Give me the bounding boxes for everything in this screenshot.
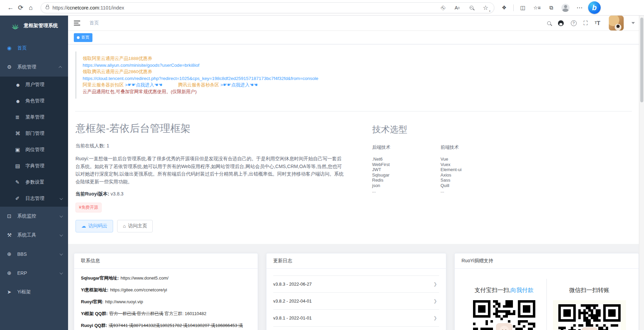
bing-copilot-icon[interactable]: b bbox=[588, 1, 601, 14]
sidebar: 意框架管理系统 ◉首页⚙系统管理☻用户管理☻角色管理≣菜单管理⌘部门管理▣岗位管… bbox=[0, 16, 68, 330]
donate-card-title: RuoYi捐赠支持 bbox=[455, 253, 639, 269]
font-size-icon[interactable]: TT bbox=[595, 20, 601, 26]
notice-link[interactable]: >☛☛点我进入☚☚ bbox=[125, 82, 162, 87]
browser-toolbar: ← ⟳ ⌂ https://ccnetcore.com:1101/index ⚿… bbox=[0, 0, 644, 16]
browser-home-button[interactable]: ⌂ bbox=[26, 3, 36, 13]
leaf-logo-icon bbox=[10, 21, 20, 30]
changelog-row[interactable]: v3.8.3 - 2022-06-27❯ bbox=[273, 276, 439, 293]
sidebar-item-label: 参数设置 bbox=[25, 179, 62, 185]
sidebar-item-岗位管理[interactable]: ▣岗位管理 bbox=[0, 142, 68, 158]
notice-line: 云产品通用红包,可叠加官网常规优惠使用。(仅限新用户) bbox=[83, 88, 626, 95]
sidebar-submenu: ☻用户管理☻角色管理≣菜单管理⌘部门管理▣岗位管理▤字典管理✎参数设置✐日志管理 bbox=[0, 77, 68, 207]
sidebar-item-菜单管理[interactable]: ≣菜单管理 bbox=[0, 109, 68, 125]
fullscreen-icon[interactable]: ⛶ bbox=[584, 20, 588, 26]
tool-icon: ⚒ bbox=[7, 232, 15, 238]
frontend-label: 前端技术 bbox=[441, 144, 509, 150]
sidebar-item-系统管理[interactable]: ⚙系统管理 bbox=[0, 58, 68, 77]
main-content: 领取阿里云通用云产品1888优惠券https://www.aliyun.com/… bbox=[68, 44, 639, 330]
sidebar-item-系统监控[interactable]: ⊡系统监控 bbox=[0, 207, 68, 226]
chevron-down-icon bbox=[60, 197, 63, 200]
sidebar-item-Yi框架[interactable]: ➤Yi框架 bbox=[0, 283, 68, 302]
visit-homepage-button[interactable]: ⌂ 访问主页 bbox=[117, 220, 153, 232]
tech-list-item: Vue bbox=[441, 157, 509, 162]
visit-gitee-button[interactable]: ☁ 访问码云 bbox=[76, 220, 113, 232]
sidebar-item-首页[interactable]: ◉首页 bbox=[0, 39, 68, 58]
edit-icon: ✎ bbox=[15, 179, 23, 185]
url-text[interactable]: https://ccnetcore.com:1101/index bbox=[52, 5, 124, 11]
contact-card-body: Sqlsugar官网地址:https://www.donet5.com/Yi意框… bbox=[74, 269, 258, 330]
read-aloud-icon[interactable]: A)) bbox=[453, 3, 461, 13]
sidebar-item-日志管理[interactable]: ✐日志管理 bbox=[0, 190, 68, 207]
contact-value[interactable]: 官方三群: 160110482 bbox=[164, 311, 207, 316]
contact-label: Yi意框架地址: bbox=[81, 287, 108, 292]
notice-link[interactable]: https://cloud.tencent.com/redirect.php?r… bbox=[83, 76, 318, 81]
sidebar-item-ERP[interactable]: ⊕ERP bbox=[0, 264, 68, 283]
sidebar-item-参数设置[interactable]: ✎参数设置 bbox=[0, 174, 68, 190]
tech-list-item: Axios bbox=[441, 172, 509, 178]
browser-refresh-button[interactable]: ⟳ bbox=[16, 3, 26, 13]
dashboard-icon: ◉ bbox=[7, 45, 15, 51]
tech-list-item: Sass bbox=[441, 178, 509, 183]
duplicate-tab-icon[interactable]: ⧉ bbox=[546, 3, 556, 13]
sidebar-collapse-icon[interactable] bbox=[74, 21, 80, 25]
free-open-source-badge: ¥免费开源 bbox=[76, 203, 102, 212]
split-screen-icon[interactable]: ◫ bbox=[518, 3, 528, 13]
contact-row: Ruoyi官网:http://www.ruoyi.vip bbox=[81, 298, 251, 305]
tech-list-item: .Net6 bbox=[372, 157, 441, 162]
browser-menu-icon[interactable]: ⋯ bbox=[575, 3, 585, 13]
frontend-list: VueVuexElement-uiAxiosSassQuill... bbox=[441, 157, 509, 193]
backend-list: .Net6WebFirstJWTSqlsugarRedisjson... bbox=[372, 157, 441, 193]
contact-card-title: 联系信息 bbox=[74, 253, 258, 269]
changelog-row[interactable]: v3.8.1 - 2022-01-01❯ bbox=[273, 310, 439, 327]
toolbar-separator bbox=[513, 4, 514, 11]
zoom-out-icon[interactable] bbox=[468, 3, 475, 13]
lock-icon[interactable] bbox=[46, 6, 49, 9]
dept-icon: ⌘ bbox=[15, 130, 23, 137]
browser-address-bar[interactable]: https://ccnetcore.com:1101/index ⚿ A)) ☆… bbox=[41, 2, 494, 13]
sidebar-item-label: 首页 bbox=[17, 45, 62, 51]
sidebar-item-系统工具[interactable]: ⚒系统工具 bbox=[0, 226, 68, 245]
password-key-icon[interactable]: ⚿ bbox=[437, 1, 449, 14]
sidebar-item-部门管理[interactable]: ⌘部门管理 bbox=[0, 125, 68, 142]
tech-list-item: json bbox=[372, 183, 441, 188]
notice-link[interactable]: https://www.aliyun.com/minisite/goods?us… bbox=[83, 63, 199, 68]
sidebar-item-用户管理[interactable]: ☻用户管理 bbox=[0, 77, 68, 93]
help-icon[interactable]: ? bbox=[571, 20, 577, 26]
sidebar-item-BBS[interactable]: ⊕BBS bbox=[0, 245, 68, 264]
pay-me-link[interactable]: 向我付款 bbox=[511, 287, 534, 293]
collections-icon[interactable]: ☆≡ bbox=[532, 3, 542, 13]
changelog-version: v3.8.3 - 2022-06-27 bbox=[273, 282, 312, 287]
scrollbar-thumb[interactable] bbox=[640, 18, 643, 102]
app-header: 首页 ? ⛶ TT bbox=[68, 16, 639, 31]
notice-text: 腾讯云服务器秒杀区 bbox=[178, 82, 220, 87]
sidebar-item-label: 字典管理 bbox=[25, 163, 62, 169]
extensions-icon[interactable]: ❖ bbox=[499, 3, 509, 13]
browser-profile-icon[interactable] bbox=[560, 3, 571, 13]
tab-home[interactable]: 首页 bbox=[74, 33, 92, 42]
github-icon[interactable] bbox=[558, 20, 564, 26]
add-favorite-icon[interactable]: ☆+ bbox=[482, 3, 489, 13]
user-avatar[interactable] bbox=[609, 16, 624, 30]
alipay-column: 支付宝扫一扫,向我付款 bbox=[461, 279, 546, 330]
sidebar-item-label: ERP bbox=[17, 270, 60, 276]
contact-struck-text: 官方一群已满 官方二群已满 bbox=[109, 311, 164, 316]
page-scrollbar[interactable] bbox=[639, 16, 644, 330]
sidebar-item-角色管理[interactable]: ☻角色管理 bbox=[0, 93, 68, 109]
browser-back-button[interactable]: ← bbox=[5, 3, 16, 13]
sidebar-item-label: 菜单管理 bbox=[25, 114, 62, 120]
contact-label: Ruoyi官网: bbox=[81, 299, 103, 304]
changelog-row[interactable]: v3.8.0 - 2021-12-01❯ bbox=[273, 327, 439, 330]
sidebar-item-label: BBS bbox=[17, 251, 60, 257]
contact-row: Sqlsugar官网地址:https://www.donet5.com/ bbox=[81, 275, 251, 282]
contact-value[interactable]: http://www.ruoyi.vip bbox=[105, 299, 143, 304]
search-icon[interactable] bbox=[547, 21, 551, 25]
section-divider bbox=[75, 111, 632, 111]
notice-link[interactable]: >☛☛点我进入☚☚ bbox=[220, 82, 258, 87]
chevron-right-icon: ❯ bbox=[433, 282, 437, 287]
contact-value[interactable]: https://gitee.com/ccnetcore/yi bbox=[110, 287, 167, 292]
changelog-row[interactable]: v3.8.2 - 2022-04-01❯ bbox=[273, 293, 439, 310]
avatar-dropdown-caret-icon[interactable] bbox=[631, 22, 635, 24]
tech-list-item: Vuex bbox=[441, 162, 509, 167]
contact-value[interactable]: https://www.donet5.com/ bbox=[121, 275, 169, 281]
sidebar-item-字典管理[interactable]: ▤字典管理 bbox=[0, 158, 68, 174]
